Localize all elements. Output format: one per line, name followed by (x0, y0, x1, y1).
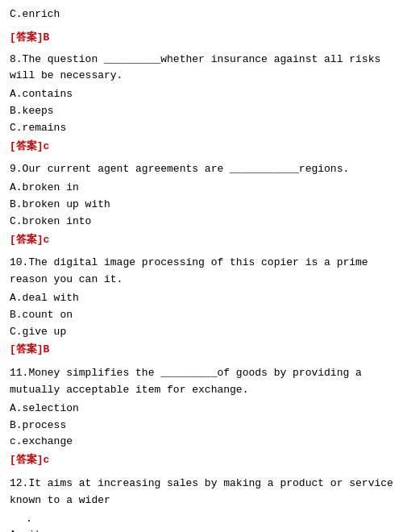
q11-option-a: A.selection (10, 401, 393, 418)
q11-option-c: c.exchange (10, 434, 393, 451)
answer-7: [答案]B (10, 30, 393, 47)
q9-text: 9.Our current agent agreements are _____… (10, 161, 393, 178)
q10-text: 10.The digital image processing of this … (10, 255, 393, 289)
question-8: 8.The question _________whether insuranc… (10, 52, 393, 156)
q10-option-a: A.deal with (10, 290, 393, 307)
question-9: 9.Our current agent agreements are _____… (10, 161, 393, 248)
q8-text: 8.The question _________whether insuranc… (10, 52, 393, 85)
q9-option-a: A.broken in (10, 180, 393, 197)
question-12: 12.It aims at increasing sales by making… (10, 476, 393, 532)
answer-10: [答案]B (10, 342, 393, 359)
c-enrich-line: C.enrich (10, 6, 393, 23)
answer-8-text: [答案]c (10, 140, 49, 152)
answer-11: [答案]c (10, 452, 393, 469)
q9-option-b: B.broken up with (10, 197, 393, 214)
q12-text: 12.It aims at increasing sales by making… (10, 476, 393, 509)
answer-7-text: [答案]B (10, 31, 49, 44)
q11-option-b: B.process (10, 418, 393, 434)
q12-dot: . (10, 511, 393, 528)
question-10: 10.The digital image processing of this … (10, 255, 393, 359)
q11-text: 11.Money simplifies the _________of good… (10, 365, 393, 399)
q9-option-c: C.broken into (10, 214, 393, 231)
q8-option-b: B.keeps (10, 103, 393, 120)
q10-option-b: B.count on (10, 307, 393, 324)
q10-option-c: C.give up (10, 324, 393, 341)
q8-option-c: C.remains (10, 120, 393, 137)
answer-11-text: [答案]c (10, 454, 49, 466)
option-c-enrich: C.enrich (10, 6, 393, 23)
q8-option-a: A.contains (10, 86, 393, 103)
answer-9-text: [答案]c (10, 234, 49, 246)
q12-option-a: A.witness (10, 527, 393, 532)
question-11: 11.Money simplifies the _________of good… (10, 365, 393, 469)
page-content: C.enrich [答案]B 8.The question _________w… (10, 6, 393, 532)
answer-9: [答案]c (10, 232, 393, 249)
answer-10-text: [答案]B (10, 343, 49, 355)
answer-8: [答案]c (10, 139, 393, 156)
